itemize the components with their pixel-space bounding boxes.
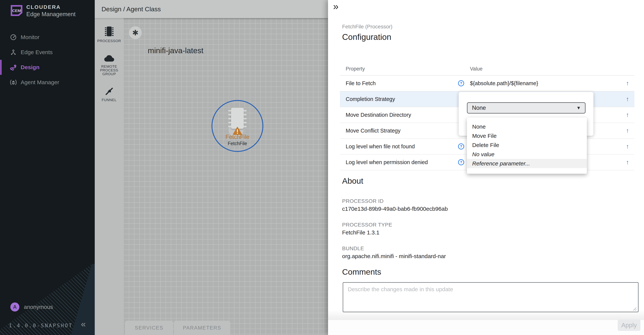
sidebar-item-label: Design [21, 64, 40, 70]
footer-shadow [328, 310, 644, 320]
processor-type-label: PROCESSOR TYPE [342, 222, 392, 228]
cloud-icon [104, 60, 115, 63]
panel-subtitle: FetchFile (Processor) [342, 24, 392, 30]
processor-id-label: PROCESSOR ID [342, 198, 384, 204]
cem-app: CEM CLOUDERA Edge Management Monitor Edg… [0, 0, 644, 335]
table-header: Property Value [340, 62, 634, 76]
table-row-file-to-fetch[interactable]: File to Fetch ? ${absolute.path}/${filen… [340, 76, 634, 91]
option-delete-file[interactable]: Delete File [467, 140, 587, 150]
help-icon[interactable]: ? [458, 144, 464, 150]
promote-arrow-icon[interactable]: ↑ [626, 159, 629, 166]
option-no-value[interactable]: No value [467, 150, 587, 159]
flow-title: minifi-java-latest [148, 46, 204, 55]
brand-name: CLOUDERA [26, 4, 76, 10]
comments-heading: Comments [342, 267, 381, 276]
promote-arrow-icon[interactable]: ↑ [626, 127, 629, 134]
tab-parameters[interactable]: PARAMETERS [174, 321, 230, 335]
sidebar-nav: Monitor Edge Events Design Agent Manager [0, 30, 95, 90]
comments-input[interactable] [343, 282, 638, 312]
processor-node-body[interactable] [231, 108, 244, 129]
tab-services[interactable]: SERVICES [125, 321, 173, 335]
palette-item-remote-process-group[interactable]: REMOTE PROCESS GROUP [95, 54, 124, 76]
layers-icon [10, 79, 17, 86]
component-palette: PROCESSOR REMOTE PROCESS GROUP FUNNEL [95, 18, 124, 335]
flow-canvas[interactable]: ✱ minifi-java-latest FetchFile FetchFile… [124, 18, 328, 335]
user-name: anonymous [24, 304, 53, 310]
node-name-label: FetchFile [209, 141, 266, 146]
flow-status-badge: ✱ [129, 26, 142, 39]
option-reference-parameter[interactable]: Reference parameter... [467, 159, 587, 168]
help-icon[interactable]: ? [458, 159, 464, 165]
panel-footer [328, 320, 644, 335]
about-heading: About [342, 176, 363, 186]
sidebar-collapse-button[interactable]: « [81, 320, 86, 328]
panel-title: Configuration [342, 32, 391, 42]
palette-item-label: PROCESSOR [95, 39, 124, 43]
select-options-list: None Move File Delete File No value Refe… [467, 118, 587, 174]
sidebar-item-monitor[interactable]: Monitor [0, 30, 95, 45]
events-node-icon [10, 49, 17, 56]
column-header-value: Value [470, 66, 482, 72]
sidebar-item-edge-events[interactable]: Edge Events [0, 45, 95, 60]
palette-item-label: FUNNEL [95, 98, 124, 102]
panel-collapse-button[interactable]: » [333, 2, 338, 11]
promote-arrow-icon[interactable]: ↑ [626, 80, 629, 87]
apply-button[interactable]: Apply [618, 320, 640, 331]
processor-chip-icon [103, 34, 115, 38]
processor-id-value: c170e13d-89b9-49a0-bab6-fb900ecb96ab [342, 206, 448, 212]
brand-product: Edge Management [26, 11, 76, 18]
svg-text:CEM: CEM [12, 8, 21, 13]
user-row: A anonymous [10, 302, 53, 312]
page-header: Design / Agent Class [95, 0, 328, 18]
cem-badge-icon: CEM [10, 5, 22, 17]
palette-item-funnel[interactable]: FUNNEL [95, 87, 124, 102]
bundle-label: BUNDLE [342, 246, 364, 252]
breadcrumb: Design / Agent Class [102, 6, 161, 13]
app-version: 1.4.0.0-SNAPSHOT [9, 322, 73, 328]
sidebar-item-label: Edge Events [21, 49, 53, 56]
sidebar-item-label: Agent Manager [21, 79, 59, 86]
bundle-value: org.apache.nifi.minifi - minifi-standard… [342, 253, 446, 260]
promote-arrow-icon[interactable]: ↑ [626, 143, 629, 150]
funnel-merge-icon [105, 93, 114, 96]
sidebar-item-design[interactable]: Design [0, 60, 95, 75]
option-none[interactable]: None [467, 122, 587, 131]
option-move-file[interactable]: Move File [467, 131, 587, 140]
sidebar: CEM CLOUDERA Edge Management Monitor Edg… [0, 0, 95, 335]
configuration-panel: » FetchFile (Processor) Configuration Pr… [328, 0, 644, 335]
gauge-icon [10, 34, 17, 41]
processor-type-value: FetchFile 1.3.1 [342, 229, 379, 236]
flow-design-icon [10, 64, 17, 71]
help-icon[interactable]: ? [458, 80, 464, 86]
completion-strategy-select[interactable]: None ▼ [467, 102, 586, 114]
promote-arrow-icon[interactable]: ↑ [626, 111, 629, 118]
column-header-property: Property [346, 66, 365, 72]
sidebar-item-agent-manager[interactable]: Agent Manager [0, 75, 95, 90]
avatar: A [10, 302, 19, 312]
node-type-label: FetchFile [209, 134, 266, 140]
app-logo: CEM CLOUDERA Edge Management [10, 4, 76, 18]
sidebar-item-label: Monitor [21, 34, 40, 40]
palette-item-label: REMOTE PROCESS GROUP [98, 65, 120, 76]
promote-arrow-icon[interactable]: ↑ [626, 96, 629, 103]
palette-item-processor[interactable]: PROCESSOR [95, 26, 124, 43]
chevron-down-icon: ▼ [576, 105, 581, 110]
